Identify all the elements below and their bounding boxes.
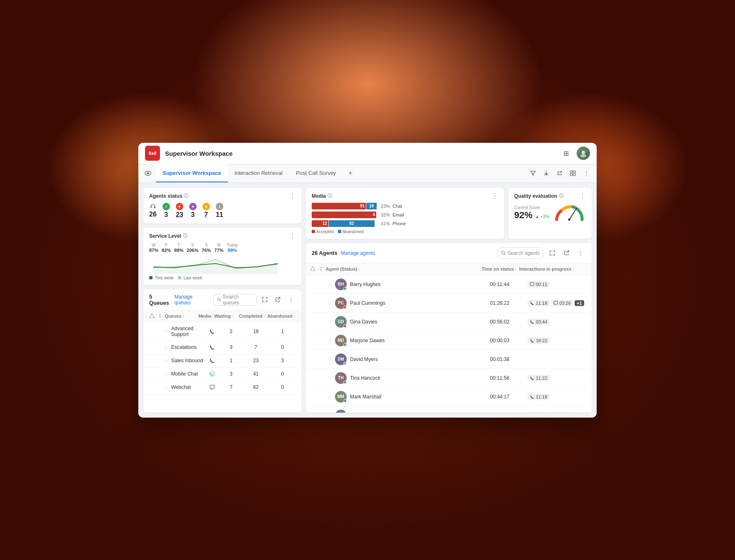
sl-legend-this-week: This week <box>149 276 174 280</box>
sl-day-f: F 82% <box>162 243 171 253</box>
queue-star[interactable]: ☆ <box>164 384 169 391</box>
svg-point-3 <box>147 172 149 174</box>
queue-media <box>205 384 220 390</box>
queues-table-body: ☆ Advanced Support 2 18 1 ☆ Escalations … <box>143 322 302 413</box>
interaction-badge: 11:18 <box>528 412 550 413</box>
queues-waiting-header[interactable]: Waiting ↕ <box>214 314 239 319</box>
queues-media-header[interactable]: Media ↕ <box>198 314 214 319</box>
quality-gauge <box>553 203 586 224</box>
agent-star[interactable]: ☆ <box>328 300 332 306</box>
agent-star[interactable]: ☆ <box>328 393 332 400</box>
queues-export[interactable] <box>273 294 282 305</box>
agent-row: ☆ MD Marjorie Dawes 00:00:03 18:22 <box>306 331 592 350</box>
interaction-badge: 11:18 <box>528 300 550 306</box>
agents-search[interactable]: Search agents <box>498 247 543 259</box>
queues-name-header[interactable]: Queues ↕ <box>165 314 198 319</box>
agent-time: 00:56:02 <box>490 319 528 325</box>
logo: 8x8 <box>145 146 160 161</box>
agent-status-dot <box>343 306 347 309</box>
quality-more[interactable]: ⋮ <box>579 193 586 199</box>
grid-icon[interactable]: ⊞ <box>560 147 572 159</box>
sl-legend-last-week: Last week <box>178 276 202 280</box>
queues-completed-header[interactable]: Completed ↕ <box>239 314 267 319</box>
queue-name: Sales Inbound <box>171 358 205 363</box>
queue-star[interactable]: ☆ <box>164 328 169 334</box>
queue-name: Advanced Support <box>171 326 205 337</box>
agent-row: ☆ TH Tina Hancock 00:11:56 11:22 <box>306 369 592 388</box>
quality-info-icon[interactable]: ⓘ <box>559 193 563 199</box>
status-green-dot: ✓ <box>162 203 170 210</box>
agents-expand[interactable] <box>547 248 558 259</box>
agent-name-cell: MD Marjorie Dawes <box>335 335 490 346</box>
tab-interaction[interactable]: Interaction Retrieval <box>228 164 290 182</box>
svg-line-10 <box>220 300 221 301</box>
download-icon[interactable] <box>541 168 552 179</box>
service-level-more[interactable]: ⋮ <box>289 233 296 239</box>
agent-row: ☆ GD Gaynor Davidson 00:00:22 11:18 00:1… <box>306 406 592 413</box>
media-more[interactable]: ⋮ <box>492 193 498 199</box>
agent-name-cell: GD Gaynor Davidson <box>335 410 490 413</box>
agent-star[interactable]: ☆ <box>328 319 332 325</box>
queue-completed: 23 <box>242 358 269 363</box>
agent-interactions: 03:44 <box>528 319 586 325</box>
agent-time-header[interactable]: Time on status ↕ <box>482 266 519 271</box>
manage-agents-link[interactable]: Manage agents <box>341 250 375 256</box>
agent-star[interactable]: ☆ <box>328 281 332 287</box>
agent-time: 00:00:03 <box>490 338 528 343</box>
quality-score-label: Current Score <box>514 205 550 210</box>
agent-interactions: 11:18 <box>528 393 586 400</box>
agent-name: Barry Hughes <box>350 281 380 287</box>
phone-abandoned-bar: 82 <box>329 220 375 227</box>
queues-more[interactable]: ⋮ <box>286 294 296 305</box>
agent-star[interactable]: ☆ <box>328 412 332 413</box>
queue-star[interactable]: ☆ <box>164 358 169 364</box>
agent-star[interactable]: ☆ <box>328 356 332 362</box>
more-icon[interactable]: ⋮ <box>581 168 592 179</box>
user-avatar[interactable] <box>577 147 590 160</box>
app-title: Supervisor Workspace <box>165 150 560 157</box>
filter-icon[interactable] <box>528 168 538 179</box>
queue-abandoned: 0 <box>269 371 296 377</box>
queue-completed: 41 <box>242 371 269 377</box>
quality-header: Quality evaluation ⓘ ⋮ <box>514 193 586 199</box>
agents-export[interactable] <box>561 248 572 259</box>
queues-table-header: 5 Queues Manage queues Search queues <box>143 289 302 311</box>
queue-abandoned: 3 <box>269 358 296 363</box>
queues-abandoned-header[interactable]: Abandoned ↕ <box>268 314 296 319</box>
layout-icon[interactable] <box>568 168 578 179</box>
queues-expand[interactable] <box>260 294 270 305</box>
sl-day-s1: S 206% <box>187 243 198 253</box>
agent-time: 00:01:38 <box>490 356 528 362</box>
media-info-icon[interactable]: ⓘ <box>328 193 332 199</box>
queue-star[interactable]: ☆ <box>164 371 169 377</box>
tab-supervisor[interactable]: Supervisor Workspace <box>156 164 228 182</box>
agent-name: Marjorie Dawes <box>350 338 385 343</box>
tab-postcall[interactable]: Post Call Survey <box>289 164 342 182</box>
agents-status-info-icon[interactable]: ⓘ <box>184 193 188 199</box>
sl-day-today: Today 89% <box>227 243 238 253</box>
service-level-info-icon[interactable]: ⓘ <box>183 233 188 239</box>
agent-interactions-header[interactable]: Interactions in progress ↕ <box>519 266 586 271</box>
agent-name-header[interactable]: Agent (Status) ↕ <box>326 266 482 271</box>
agent-stat-purple: ● 3 <box>189 203 197 219</box>
svg-rect-4 <box>570 171 572 173</box>
agents-status-more[interactable]: ⋮ <box>289 193 296 199</box>
sort-col-header <box>158 313 165 319</box>
add-tab-button[interactable]: + <box>344 167 357 179</box>
export-icon[interactable] <box>554 168 565 179</box>
agent-star[interactable]: ☆ <box>328 337 332 343</box>
service-level-days: W 87% F 82% T 88% S 206% <box>149 243 296 253</box>
queues-search[interactable]: Search queues <box>213 294 257 306</box>
agent-avatar: MD <box>335 335 347 346</box>
manage-queues-link[interactable]: Manage queues <box>175 294 207 306</box>
agent-star[interactable]: ☆ <box>328 375 332 381</box>
queue-row: ☆ Advanced Support 2 18 1 <box>143 322 302 341</box>
queue-star[interactable]: ☆ <box>164 344 169 351</box>
agent-interactions: 00:11 <box>528 281 586 288</box>
interaction-badge: 03:26 <box>551 300 573 306</box>
eye-icon[interactable] <box>142 167 154 179</box>
sl-day-w: W 87% <box>149 243 158 253</box>
agents-more[interactable]: ⋮ <box>575 248 586 259</box>
agent-name-cell: GD Gina Davies <box>335 316 490 328</box>
quality-score-value: 92% <box>514 210 532 221</box>
